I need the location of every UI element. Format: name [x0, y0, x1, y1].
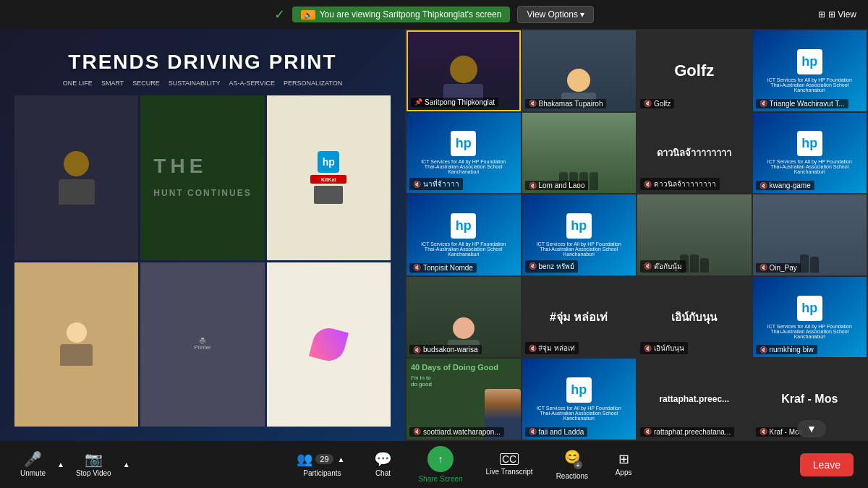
- view-options-button[interactable]: View Options ▾: [517, 6, 594, 23]
- mic-icon-natee: 🔇: [413, 181, 421, 188]
- tile-golfz: Golfz 🔇 Golfz: [637, 30, 752, 111]
- video-grid: 📌 Saritpong Thipkonglat 🔇 Bhakamas Tupai…: [405, 29, 868, 441]
- chat-label: Chat: [375, 469, 391, 477]
- unmute-button[interactable]: 🎤 Unmute: [14, 449, 51, 480]
- label-tonpisit: 🔇 Tonpisit Nomde: [409, 263, 477, 273]
- slide-subtitles: ONE LIFE SMART SECURE SUSTAINABILITY AS-…: [63, 80, 342, 87]
- main-content: TRENDS DRIVING PRINT ONE LIFE SMART SECU…: [0, 29, 868, 441]
- transcript-icon: CC: [500, 453, 519, 465]
- mic-icon: 📌: [414, 98, 422, 106]
- mic-icon-numkhing: 🔇: [760, 346, 767, 354]
- mic-icon-golfz: 🔇: [644, 100, 652, 107]
- stop-video-button[interactable]: 📷 Stop Video: [70, 449, 117, 480]
- tile-rattaphat: rattaphat.preec... 🔇 rattaphat.preechata…: [637, 359, 752, 440]
- mic-icon-dawn: 🔇: [644, 181, 652, 188]
- participants-count: 29: [315, 454, 333, 464]
- scroll-down-button[interactable]: ▼: [797, 420, 826, 437]
- label-triangle: 🔇 Triangle Wachiravut T...: [756, 99, 848, 108]
- chat-icon: 💬: [374, 452, 392, 466]
- mic-icon-tonpisit: 🔇: [413, 264, 421, 271]
- scroll-indicator: ▼: [755, 420, 868, 437]
- slide-cell-2: THEHUNT CONTINUES: [140, 95, 264, 260]
- toolbar-center: 👥 29 ▲ Participants 💬 Chat ↑ Share Scree…: [291, 443, 642, 486]
- apps-button[interactable]: ⊞ Apps: [605, 450, 642, 479]
- mic-icon-soottiard: 🔇: [413, 428, 421, 435]
- mic-icon-ern: 🔇: [644, 345, 652, 352]
- label-jum: 🔇 #จุ่ม หล่อเท่: [525, 342, 579, 354]
- plus-icon: +: [574, 461, 582, 469]
- tile-oin: 🔇 Oin_Pay: [753, 194, 867, 275]
- mic-icon-jum: 🔇: [529, 345, 537, 352]
- slide-cell-6: [267, 262, 391, 427]
- label-soottiard: 🔇 soottiard.watcharapon...: [409, 427, 504, 437]
- name-jum: #จุ่ม หล่อเท่: [547, 305, 610, 329]
- viewing-text: You are viewing Saritpong Thipkonglat's …: [320, 9, 502, 20]
- speaker-icon: 🔊: [301, 10, 315, 20]
- unmute-chevron-icon[interactable]: ▲: [54, 458, 67, 471]
- participants-chevron-icon: ▲: [335, 453, 348, 466]
- apps-icon: ⊞: [618, 453, 629, 466]
- leave-button[interactable]: Leave: [800, 453, 854, 476]
- unmute-label: Unmute: [20, 469, 46, 477]
- label-numkhing: 🔇 numkhing biw: [756, 345, 817, 354]
- tile-triangle: hp ICT Services for All by HP Foundation…: [753, 30, 867, 111]
- presentation-slide: TRENDS DRIVING PRINT ONE LIFE SMART SECU…: [0, 29, 405, 441]
- tile-tonpisit: hp ICT Services for All by HP Foundation…: [407, 194, 521, 275]
- video-chevron-icon[interactable]: ▲: [120, 458, 133, 471]
- participants-icon: 👥: [297, 453, 312, 466]
- presentation-area: TRENDS DRIVING PRINT ONE LIFE SMART SECU…: [0, 29, 405, 441]
- mic-muted-icon: 🔇: [529, 100, 537, 107]
- tile-budsakon: 🔇 budsakon-warisa: [407, 277, 521, 358]
- reactions-label: Reactions: [556, 472, 588, 480]
- toolbar-left: 🎤 Unmute ▲ 📷 Stop Video ▲: [14, 449, 133, 480]
- label-natee: 🔇 นาที่จ้าาาา: [409, 178, 463, 190]
- mic-icon-benz: 🔇: [529, 262, 537, 270]
- mic-icon-faii: 🔇: [529, 428, 537, 435]
- tile-numkhing: hp ICT Services for All by HP Foundation…: [753, 277, 867, 358]
- label-lom: 🔇 Lom and Laoo: [525, 181, 589, 190]
- share-screen-button[interactable]: ↑ Share Screen: [412, 443, 468, 486]
- slide-cell-5: 🖨️Printer: [140, 262, 264, 427]
- name-golfz: Golfz: [671, 59, 717, 83]
- mic-off-icon: 🎤: [24, 452, 42, 466]
- reactions-button[interactable]: 😊 + Reactions: [550, 446, 594, 483]
- mic-icon-triangle: 🔇: [760, 100, 767, 107]
- label-saritpong: 📌 Saritpong Thipkonglat: [411, 98, 498, 107]
- slide-image-grid: THEHUNT CONTINUES hp KitKat: [14, 95, 391, 427]
- toolbar-right: Leave: [800, 453, 854, 476]
- mic-icon-taw: 🔇: [644, 262, 652, 270]
- top-bar: ✓ 🔊 You are viewing Saritpong Thipkongla…: [0, 0, 868, 29]
- toolbar: 🎤 Unmute ▲ 📷 Stop Video ▲ 👥 29 ▲ Partici…: [0, 441, 868, 488]
- apps-label: Apps: [616, 468, 632, 476]
- tile-taw: 🔇 ต๊อกับนุ้ม: [637, 194, 752, 275]
- slide-cell-1: [14, 95, 138, 260]
- tile-soottiard: 40 Days of Doing Good I'm in todo good 🔇…: [407, 359, 521, 440]
- slide-title: TRENDS DRIVING PRINT: [68, 51, 336, 74]
- stop-video-label: Stop Video: [76, 469, 111, 477]
- security-shield-icon: ✓: [274, 7, 285, 22]
- chat-button[interactable]: 💬 Chat: [365, 449, 401, 480]
- label-oin: 🔇 Oin_Pay: [756, 263, 801, 273]
- tile-natee: hp ICT Services for All by HP Foundation…: [407, 113, 521, 194]
- label-golfz: 🔇 Golfz: [640, 99, 674, 108]
- live-transcript-button[interactable]: CC Live Transcript: [480, 450, 539, 479]
- tile-faii: hp ICT Services for All by HP Foundation…: [522, 359, 637, 440]
- label-taw: 🔇 ต๊อกับนุ้ม: [640, 260, 686, 273]
- participants-button[interactable]: 👥 29 ▲ Participants: [291, 450, 353, 480]
- label-benz: 🔇 benz หรัพย์: [525, 260, 578, 273]
- mic-icon-rattaphat: 🔇: [644, 428, 652, 435]
- label-kwang: 🔇 kwang-game: [756, 181, 814, 190]
- participants-label: Participants: [303, 469, 341, 477]
- tile-benz: hp ICT Services for All by HP Foundation…: [522, 194, 637, 275]
- label-dawn: 🔇 ดาวนิลจ้าาาาาาาา: [640, 178, 720, 190]
- name-ern: เอิน์กับนุน: [668, 306, 720, 329]
- mic-icon-kwang: 🔇: [760, 182, 767, 189]
- view-button[interactable]: ⊞ ⊞ View: [818, 9, 856, 20]
- name-dawn: ดาวนิลจ้าาาาาาาา: [654, 142, 734, 163]
- mic-icon-budsakon: 🔇: [413, 346, 421, 354]
- label-bhakamas: 🔇 Bhakamas Tupairoh: [525, 99, 607, 108]
- share-screen-label: Share Screen: [418, 475, 462, 483]
- mic-icon-oin: 🔇: [760, 264, 767, 271]
- video-icon: 📷: [85, 452, 103, 466]
- share-screen-icon: ↑: [427, 446, 454, 472]
